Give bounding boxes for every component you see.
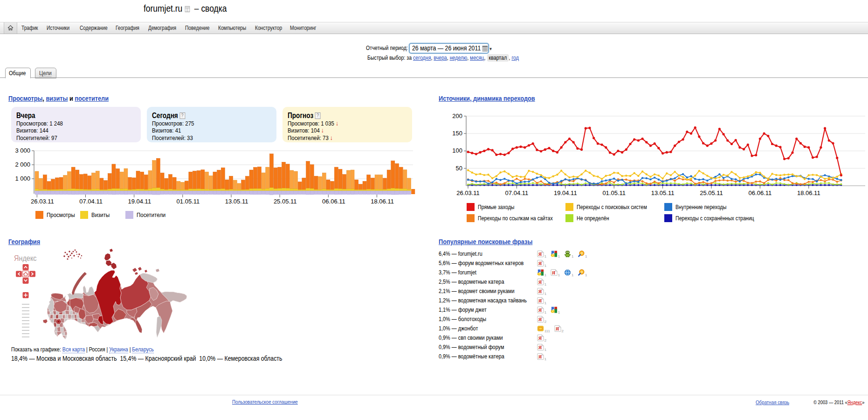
svg-text:18.06.11: 18.06.11: [797, 189, 820, 196]
svg-text:Я: Я: [552, 270, 556, 275]
svg-text:100: 100: [452, 147, 462, 154]
svg-text:01.05.11: 01.05.11: [602, 189, 626, 196]
svg-text:2 000: 2 000: [15, 161, 30, 168]
svg-text:13.05.11: 13.05.11: [225, 198, 248, 205]
svg-text:19.04.11: 19.04.11: [128, 198, 151, 205]
svg-text:18.06.11: 18.06.11: [371, 198, 394, 205]
svg-text:3 000: 3 000: [15, 147, 30, 154]
svg-text:Я: Я: [538, 252, 542, 257]
svg-text:Я: Я: [538, 289, 542, 294]
svg-text:25.05.11: 25.05.11: [274, 198, 297, 205]
svg-text:13.05.11: 13.05.11: [651, 189, 675, 196]
svg-text:19.04.11: 19.04.11: [554, 189, 577, 196]
svg-text:Я: Я: [538, 336, 542, 341]
svg-text:Я: Я: [538, 308, 542, 313]
svg-text:Я: Я: [538, 317, 542, 322]
svg-text:01.05.11: 01.05.11: [177, 198, 200, 205]
svg-text:06.06.11: 06.06.11: [749, 189, 772, 196]
svg-text:Я: Я: [538, 345, 542, 350]
svg-text:07.04.11: 07.04.11: [79, 198, 103, 205]
svg-text:Я: Я: [538, 354, 542, 359]
svg-text:07.04.11: 07.04.11: [505, 189, 529, 196]
svg-text:Я: Я: [556, 326, 559, 331]
svg-text:Я: Я: [538, 261, 542, 266]
svg-text:50: 50: [456, 165, 462, 172]
svg-text:Я: Я: [538, 298, 542, 303]
svg-text:06.06.11: 06.06.11: [322, 198, 345, 205]
svg-text:1 000: 1 000: [15, 175, 30, 182]
svg-text:26.03.11: 26.03.11: [456, 189, 480, 196]
svg-text:26.03.11: 26.03.11: [31, 198, 54, 205]
svg-text:Я: Я: [538, 280, 542, 285]
svg-text:25.05.11: 25.05.11: [700, 189, 723, 196]
svg-text:150: 150: [452, 130, 462, 137]
svg-text:200: 200: [452, 112, 462, 119]
